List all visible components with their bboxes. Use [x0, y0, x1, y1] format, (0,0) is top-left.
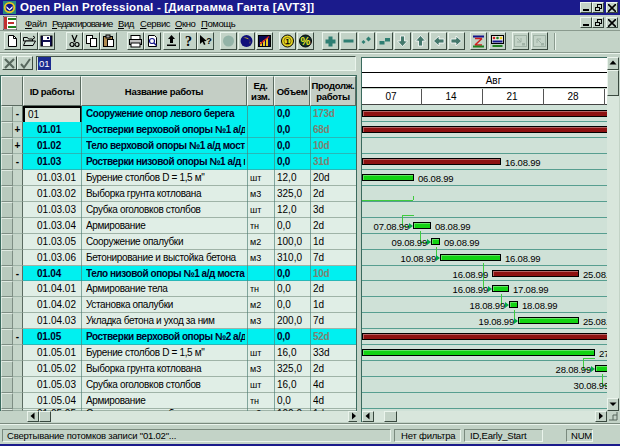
svg-text:%: %: [301, 35, 311, 47]
svg-text:1: 1: [285, 37, 290, 46]
svg-text:?: ?: [185, 34, 192, 48]
svg-text:?: ?: [206, 36, 212, 46]
